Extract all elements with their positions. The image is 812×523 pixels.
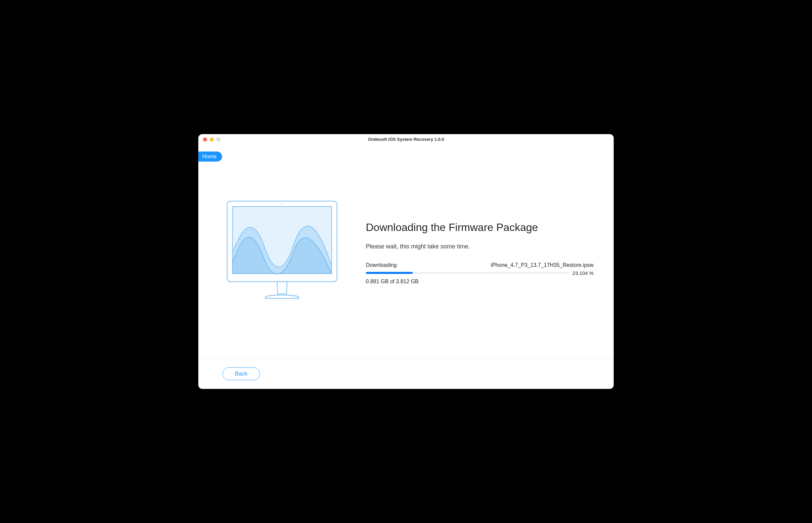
page-subtext: Please wait, this might take some time. xyxy=(366,243,593,250)
app-window: Ondesoft iOS System Recovery 1.0.0 Home xyxy=(198,134,614,389)
window-title: Ondesoft iOS System Recovery 1.0.0 xyxy=(198,137,614,142)
progress-percent: 23.104 % xyxy=(572,270,593,276)
page-heading: Downloading the Firmware Package xyxy=(366,221,593,234)
back-button[interactable]: Back xyxy=(223,367,260,380)
zoom-icon[interactable] xyxy=(216,138,221,142)
titlebar: Ondesoft iOS System Recovery 1.0.0 xyxy=(198,134,614,144)
imac-icon xyxy=(225,199,339,303)
info-panel: Downloading the Firmware Package Please … xyxy=(366,218,593,285)
back-label: Back xyxy=(235,371,248,377)
computer-illustration xyxy=(219,199,346,303)
home-label: Home xyxy=(202,154,217,159)
close-icon[interactable] xyxy=(203,138,207,142)
download-filename: iPhone_4.7_P3_13.7_17H35_Restore.ipsw xyxy=(491,262,593,268)
download-size: 0.881 GB of 3.812 GB xyxy=(366,278,593,285)
progress-fill xyxy=(366,272,413,274)
main-content: Downloading the Firmware Package Please … xyxy=(198,144,614,358)
minimize-icon[interactable] xyxy=(210,138,214,142)
svg-point-2 xyxy=(282,203,283,204)
download-info-row: Downloading iPhone_4.7_P3_13.7_17H35_Res… xyxy=(366,262,593,268)
progress-bar xyxy=(366,272,569,274)
progress-row: 23.104 % xyxy=(366,270,593,276)
status-label: Downloading xyxy=(366,262,397,268)
window-controls xyxy=(203,138,221,142)
footer: Back xyxy=(198,358,614,389)
home-button[interactable]: Home xyxy=(198,151,222,162)
